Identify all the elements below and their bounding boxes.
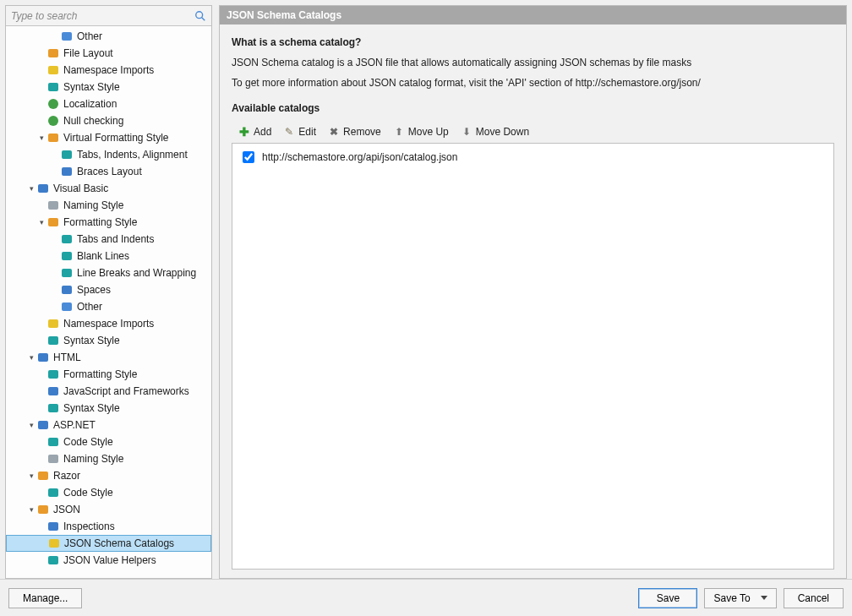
remove-button[interactable]: ✖ Remove [328,126,381,138]
html-icon [36,351,50,364]
what-is-heading: What is a schema catalog? [232,36,834,48]
globe-icon [46,97,60,111]
tree-item-razor-code-style[interactable]: Code Style [6,484,211,501]
tree-item-formatting-style[interactable]: ▾ Formatting Style [6,214,211,231]
save-to-label: Save To [713,592,750,604]
tree-item-json-schema-catalogs[interactable]: JSON Schema Catalogs [6,535,211,552]
settings-tree-scroll[interactable]: Other File Layout Namespace Imports Synt… [6,26,211,578]
tree-label: Naming Style [63,450,123,467]
remove-label: Remove [343,126,381,138]
tree-item-aspnet[interactable]: ▾ ASP.NET [6,417,211,433]
style-icon [46,435,60,449]
tree-item-blank-lines[interactable]: Blank Lines [6,248,211,264]
tree-label: Null checking [63,112,123,129]
move-up-button[interactable]: ⬆ Move Up [393,126,449,138]
edit-button[interactable]: ✎ Edit [283,126,316,138]
pencil-icon: ✎ [283,126,295,138]
tree-item-line-breaks[interactable]: Line Breaks and Wrapping [6,264,211,281]
tree-label: ASP.NET [53,417,96,433]
chevron-down-icon[interactable]: ▾ [26,180,36,197]
tree-item-other-2[interactable]: Other [6,298,211,315]
tree-label: Other [77,28,102,45]
tree-label: Virtual Formatting Style [63,129,169,146]
tree-item-namespace-imports[interactable]: Namespace Imports [6,62,211,79]
catalog-list[interactable]: http://schemastore.org/api/json/catalog.… [232,143,834,570]
shield-icon [46,114,60,128]
inspections-icon [46,520,60,533]
manage-button[interactable]: Manage... [8,588,82,608]
chevron-down-icon[interactable]: ▾ [26,501,36,518]
tree-item-html[interactable]: ▾ HTML [6,349,211,366]
tree-item-json-value-helpers[interactable]: JSON Value Helpers [6,552,211,569]
tree-item-virtual-formatting[interactable]: ▾ Virtual Formatting Style [6,129,211,146]
lines-icon [60,249,74,263]
tree-item-file-layout[interactable]: File Layout [6,45,211,62]
tree-item-null-checking[interactable]: Null checking [6,112,211,129]
tree-label: Tabs and Indents [77,231,154,248]
svg-line-1 [202,17,205,20]
chevron-down-icon[interactable]: ▾ [26,417,36,433]
svg-point-0 [196,11,203,18]
tree-item-localization[interactable]: Localization [6,95,211,112]
tree-item-tabs-indents-alignment[interactable]: Tabs, Indents, Alignment [6,146,211,163]
json-icon [36,503,50,516]
catalog-item-checkbox[interactable] [243,151,254,163]
tree-item-asp-naming[interactable]: Naming Style [6,450,211,467]
catalog-icon [47,537,61,550]
tree-item-other[interactable]: Other [6,28,211,45]
tree-item-namespace-imports-2[interactable]: Namespace Imports [6,315,211,332]
description-1: JSON Schema catalog is a JSON file that … [232,57,834,68]
tree-label: Localization [63,95,117,112]
tree-item-braces-layout[interactable]: Braces Layout [6,163,211,180]
tree-label: Code Style [63,484,113,501]
tree-label: Other [77,298,102,315]
move-down-label: Move Down [476,126,529,138]
tree-item-syntax-style-2[interactable]: Syntax Style [6,332,211,349]
tree-label: Spaces [77,281,111,298]
style-icon [46,486,60,499]
catalog-toolbar: ✚ Add ✎ Edit ✖ Remove ⬆ Move Up [232,123,834,143]
chevron-down-icon[interactable]: ▾ [36,214,46,231]
tree-item-visual-basic[interactable]: ▾ Visual Basic [6,180,211,197]
tree-label: HTML [53,349,81,366]
tree-item-html-formatting[interactable]: Formatting Style [6,366,211,383]
tree-label: Formatting Style [63,366,137,383]
tree-item-naming-style[interactable]: Naming Style [6,197,211,214]
format-icon [46,368,60,381]
available-catalogs-heading: Available catalogs [232,102,834,114]
catalog-item-label: http://schemastore.org/api/json/catalog.… [262,151,457,163]
tree-label: Visual Basic [53,180,108,197]
page-title: JSON Schema Catalogs [220,6,846,25]
tree-item-spaces[interactable]: Spaces [6,281,211,298]
tree-label: Braces Layout [77,163,142,180]
tree-item-js-frameworks[interactable]: JavaScript and Frameworks [6,383,211,400]
catalog-item[interactable]: http://schemastore.org/api/json/catalog.… [239,149,827,166]
tree-item-asp-code-style[interactable]: Code Style [6,433,211,450]
chevron-down-icon[interactable]: ▾ [26,349,36,366]
cancel-button[interactable]: Cancel [784,588,844,608]
description-2: To get more information about JSON catal… [232,77,834,89]
tree-item-razor[interactable]: ▾ Razor [6,467,211,484]
aspnet-icon [36,418,50,432]
save-to-button[interactable]: Save To [704,588,776,608]
add-button[interactable]: ✚ Add [238,126,271,138]
tree-label: JavaScript and Frameworks [63,383,189,400]
save-button[interactable]: Save [638,588,697,608]
tree-item-json[interactable]: ▾ JSON [6,501,211,518]
wrap-icon [60,266,74,280]
remove-icon: ✖ [328,126,340,138]
style-icon [46,80,60,94]
chevron-down-icon [761,596,767,600]
tree-item-tabs-and-indents[interactable]: Tabs and Indents [6,231,211,248]
tree-item-inspections[interactable]: Inspections [6,518,211,535]
style-icon [46,334,60,347]
chevron-down-icon[interactable]: ▾ [26,467,36,484]
tree-item-syntax-style[interactable]: Syntax Style [6,79,211,95]
search-icon[interactable] [192,8,209,25]
chevron-down-icon[interactable]: ▾ [36,129,46,146]
move-down-button[interactable]: ⬇ Move Down [461,126,529,138]
tree-label: Syntax Style [63,79,120,95]
tree-item-html-syntax[interactable]: Syntax Style [6,400,211,417]
search-input[interactable] [6,8,192,25]
tree-label: Inspections [63,518,115,535]
